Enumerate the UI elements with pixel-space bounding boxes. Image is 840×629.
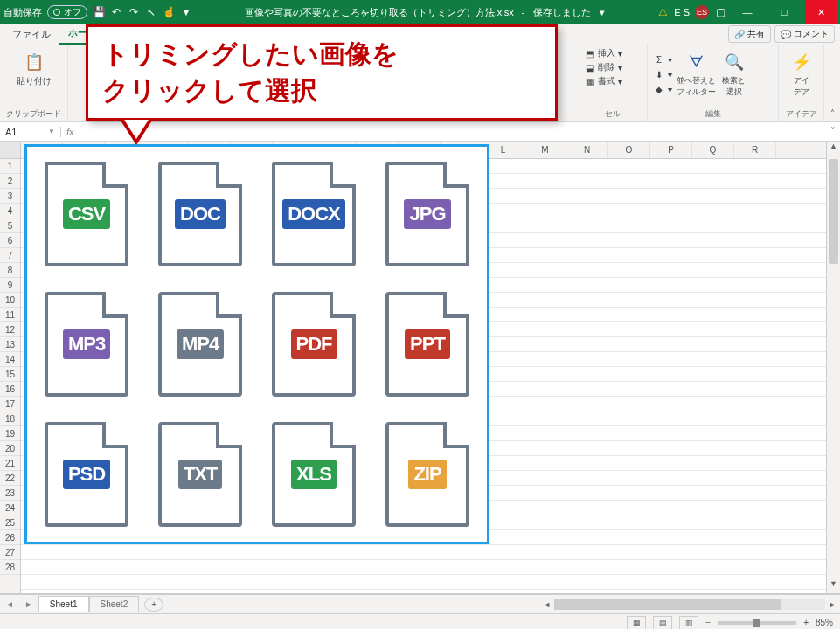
share-button[interactable]: 🔗共有 — [728, 25, 771, 43]
cursor-icon[interactable]: ↖ — [145, 6, 157, 18]
selected-image[interactable]: CSVDOCDOCXJPGMP3MP4PDFPPTPSDTXTXLSZIP — [24, 144, 489, 544]
file-type-label: MP3 — [63, 329, 110, 359]
format-cells-button[interactable]: ▦書式▾ — [583, 75, 642, 87]
status-bar: ▦ ▤ ▥ − + 85% — [0, 613, 840, 629]
collapse-ribbon-icon[interactable]: ˄ — [830, 108, 835, 118]
row-header[interactable]: 6 — [0, 233, 20, 248]
find-select-button[interactable]: 🔍検索と 選択 — [720, 47, 747, 101]
warning-icon[interactable]: ⚠ — [656, 6, 669, 18]
touch-icon[interactable]: ☝ — [163, 6, 175, 18]
horizontal-scrollbar[interactable]: ◄ ► — [163, 599, 840, 610]
close-button[interactable]: ✕ — [805, 0, 837, 24]
page-layout-view-button[interactable]: ▤ — [653, 616, 672, 630]
row-header[interactable]: 11 — [0, 308, 20, 322]
column-header[interactable]: Q — [692, 142, 734, 158]
row-header[interactable]: 7 — [0, 248, 20, 263]
file-type-label: MP4 — [177, 329, 224, 359]
ribbon-display-icon[interactable]: ▢ — [714, 6, 726, 18]
sheet-tab-2[interactable]: Sheet2 — [89, 596, 140, 612]
row-header[interactable]: 2 — [0, 174, 20, 189]
row-header[interactable]: 19 — [0, 426, 20, 441]
sheet-tab-1[interactable]: Sheet1 — [38, 596, 89, 612]
autosave-toggle[interactable]: オフ — [47, 5, 87, 19]
vertical-scrollbar[interactable]: ▲ ▼ — [826, 142, 840, 593]
row-header[interactable]: 21 — [0, 456, 20, 471]
column-header[interactable]: N — [566, 142, 608, 158]
page-break-view-button[interactable]: ▥ — [679, 616, 698, 630]
add-sheet-button[interactable]: + — [144, 598, 163, 612]
row-header[interactable]: 4 — [0, 204, 20, 218]
row-header[interactable]: 18 — [0, 411, 20, 426]
row-header[interactable]: 9 — [0, 278, 20, 293]
column-header[interactable]: P — [650, 142, 692, 158]
zoom-out-button[interactable]: − — [705, 618, 711, 627]
file-type-icon: MP4 — [151, 287, 249, 402]
autosum-button[interactable]: Σ▾ — [653, 53, 672, 66]
sheet-nav-prev-icon[interactable]: ◄ — [0, 599, 19, 609]
tab-file[interactable]: ファイル — [3, 24, 59, 45]
row-header[interactable]: 10 — [0, 293, 20, 308]
zoom-slider[interactable] — [718, 621, 796, 625]
row-header[interactable]: 23 — [0, 486, 20, 501]
row-header[interactable]: 8 — [0, 263, 20, 278]
hscroll-thumb[interactable] — [554, 599, 781, 610]
insert-cells-button[interactable]: ⬒挿入▾ — [583, 47, 642, 59]
zoom-level[interactable]: 85% — [816, 618, 833, 627]
column-header[interactable]: M — [524, 142, 566, 158]
file-type-icon: ZIP — [378, 417, 476, 531]
scroll-up-icon[interactable]: ▲ — [827, 142, 840, 156]
file-type-label: PPT — [405, 329, 450, 359]
minimize-button[interactable]: — — [732, 0, 763, 24]
scroll-down-icon[interactable]: ▼ — [827, 579, 840, 593]
row-header[interactable]: 16 — [0, 382, 20, 397]
name-box[interactable]: A1▼ — [0, 127, 61, 137]
zoom-in-button[interactable]: + — [803, 618, 809, 627]
row-header[interactable]: 3 — [0, 189, 20, 204]
fill-button[interactable]: ⬇▾ — [653, 68, 672, 80]
row-header[interactable]: 26 — [0, 530, 20, 545]
ideas-button[interactable]: ⚡アイ デア — [784, 47, 818, 101]
row-header[interactable]: 15 — [0, 367, 20, 382]
row-header[interactable]: 12 — [0, 322, 20, 337]
sheet-tab-bar: ◄ ► Sheet1 Sheet2 + ◄ ► — [0, 594, 840, 613]
select-all-corner[interactable] — [0, 142, 20, 159]
fx-label[interactable]: fx — [61, 127, 80, 137]
row-header[interactable]: 24 — [0, 501, 20, 515]
redo-icon[interactable]: ↷ — [128, 6, 140, 18]
comments-button[interactable]: 💬コメント — [774, 25, 835, 43]
share-icon: 🔗 — [734, 30, 745, 39]
row-header[interactable]: 13 — [0, 337, 20, 352]
row-header[interactable]: 25 — [0, 515, 20, 530]
file-type-icon: XLS — [265, 417, 363, 531]
maximize-button[interactable]: □ — [768, 0, 800, 24]
paste-button[interactable]: 📋 貼り付け — [5, 47, 62, 91]
row-header[interactable]: 20 — [0, 441, 20, 456]
row-header[interactable]: 27 — [0, 545, 20, 560]
file-type-icon: PSD — [38, 417, 135, 531]
clear-button[interactable]: ◆▾ — [653, 83, 672, 95]
row-header[interactable]: 14 — [0, 352, 20, 367]
undo-icon[interactable]: ↶ — [110, 6, 122, 18]
format-icon: ▦ — [583, 75, 595, 87]
file-type-label: PDF — [291, 329, 337, 359]
sort-filter-button[interactable]: ᗊ並べ替えと フィルター — [675, 47, 718, 101]
column-header[interactable]: R — [734, 142, 776, 158]
row-header[interactable]: 17 — [0, 397, 20, 411]
qat-more-icon[interactable]: ▾ — [180, 6, 192, 18]
user-avatar[interactable]: ES — [695, 5, 709, 19]
callout-line-2: クリックして選択 — [102, 73, 541, 109]
vscroll-thumb[interactable] — [829, 159, 838, 264]
sheet-nav-next-icon[interactable]: ► — [19, 599, 38, 609]
row-header[interactable]: 22 — [0, 471, 20, 486]
row-header[interactable]: 1 — [0, 159, 20, 174]
row-header[interactable]: 5 — [0, 218, 20, 233]
column-header[interactable]: O — [608, 142, 650, 158]
normal-view-button[interactable]: ▦ — [627, 616, 646, 630]
document-title: 画像や写真の不要なところを切り取る（トリミング）方法.xlsx — [245, 6, 514, 19]
row-headers: 1234567891011121314151617181920212223242… — [0, 142, 21, 593]
save-icon[interactable]: 💾 — [93, 6, 105, 18]
editing-group-label: 編集 — [653, 108, 773, 120]
row-header[interactable]: 28 — [0, 560, 20, 575]
delete-cells-button[interactable]: ⬓削除▾ — [583, 61, 642, 73]
expand-formula-bar-icon[interactable]: ˅ — [826, 126, 840, 137]
